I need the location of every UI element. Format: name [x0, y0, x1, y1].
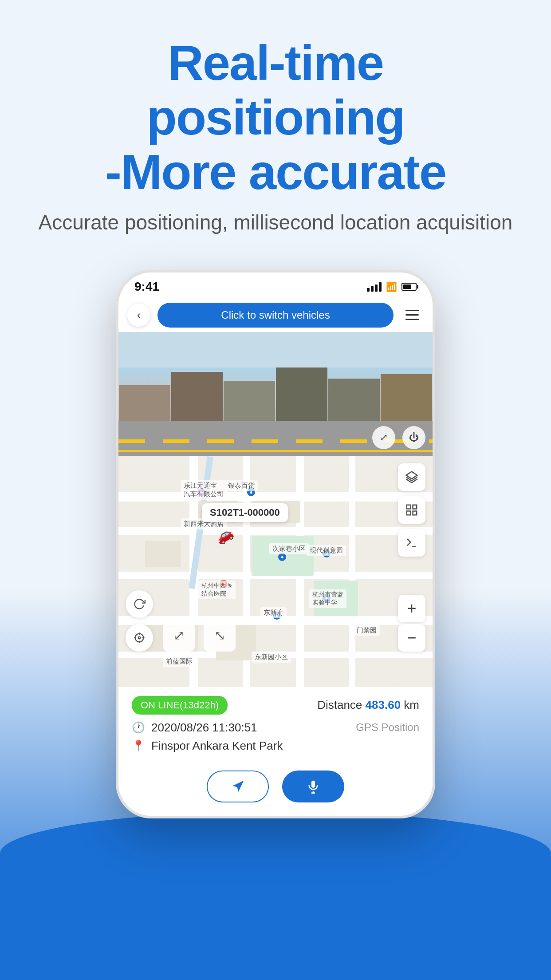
- distance-unit: km: [404, 698, 419, 711]
- svg-point-7: [138, 636, 141, 639]
- header-section: Real-time positioning -More accurate Acc…: [0, 0, 551, 252]
- poi-label: 东新府: [260, 607, 287, 618]
- map-block: [145, 541, 181, 567]
- poi-label: 乐江元通宝汽车有限公司: [181, 480, 227, 500]
- app-header: ‹ Click to switch vehicles: [118, 298, 433, 332]
- svg-rect-4: [407, 511, 411, 515]
- building: [276, 368, 327, 430]
- poi-label: 东新园小区: [252, 652, 291, 663]
- status-time: 9:41: [134, 280, 159, 294]
- online-status-badge: ON LINE(13d22h): [132, 696, 228, 715]
- bottom-decoration: [0, 811, 551, 980]
- zoom-out-button[interactable]: −: [398, 624, 425, 652]
- expand-right-button[interactable]: ⤡: [204, 620, 236, 652]
- zoom-in-button[interactable]: +: [398, 595, 425, 622]
- poi-label: 前蓝国际: [163, 656, 196, 667]
- vehicle-marker: S102T1-000000 🚗: [215, 526, 233, 543]
- poi-label: 门禁园: [354, 625, 380, 636]
- info-panel: ON LINE(13d22h) Distance 483.60 km 🕐 202…: [118, 687, 433, 762]
- subtitle: Accurate positioning, millisecond locati…: [35, 210, 516, 234]
- power-street-view-button[interactable]: ⏻: [402, 426, 425, 449]
- menu-button[interactable]: [401, 304, 424, 327]
- signal-bars-icon: [367, 282, 382, 292]
- zoom-buttons: + −: [398, 595, 425, 652]
- poi-label: 现代创意园: [307, 545, 346, 556]
- poi-label: 杭州市蕾蓝实验中学: [309, 589, 346, 608]
- svg-rect-13: [311, 780, 315, 787]
- map-road: [118, 492, 433, 502]
- map-expand-buttons: ⤢ ⤡: [163, 620, 236, 652]
- phone-mockup: 9:41 📶 ‹ Click to switch vehicles: [116, 270, 435, 818]
- svg-rect-3: [413, 511, 417, 515]
- map-road: [349, 456, 355, 687]
- wifi-icon: 📶: [386, 281, 397, 292]
- poi-label: 银泰百货: [225, 480, 258, 491]
- locate-button[interactable]: [126, 624, 153, 652]
- datetime-value: 2020/08/26 11:30:51: [151, 721, 356, 735]
- back-arrow-icon: ‹: [137, 309, 141, 321]
- layers-button[interactable]: [398, 463, 425, 491]
- road-line-bottom: [118, 450, 433, 452]
- sky-area: [118, 332, 433, 368]
- expand-street-view-button[interactable]: ⤢: [372, 426, 395, 449]
- vehicle-car-icon: 🚗: [212, 523, 236, 546]
- menu-line-icon: [405, 314, 419, 316]
- gps-label: GPS Position: [356, 721, 419, 734]
- svg-rect-1: [407, 505, 411, 509]
- main-title: Real-time positioning -More accurate: [35, 36, 516, 200]
- poi-label: 杭州中西医结合医院: [198, 581, 236, 599]
- map-road: [118, 527, 433, 535]
- expand-left-button[interactable]: ⤢: [163, 620, 195, 652]
- terminal-button[interactable]: [398, 529, 425, 557]
- map-left-buttons: [126, 590, 153, 652]
- phone-wrapper: 9:41 📶 ‹ Click to switch vehicles: [0, 270, 551, 818]
- street-view: ⤢ ⏻: [118, 332, 433, 456]
- vehicle-id-label: S102T1-000000: [202, 503, 288, 522]
- poi-label: 次家巷小区: [269, 543, 309, 554]
- bottom-actions: [118, 762, 433, 816]
- distance-info: Distance 483.60 km: [317, 698, 419, 712]
- microphone-button[interactable]: [282, 771, 344, 802]
- clock-icon: 🕐: [132, 721, 145, 734]
- building-row: [118, 368, 433, 430]
- menu-line-icon: [405, 319, 419, 320]
- back-button[interactable]: ‹: [127, 304, 150, 327]
- svg-rect-2: [413, 505, 417, 509]
- svg-marker-12: [232, 780, 244, 791]
- distance-value: 483.60: [366, 698, 401, 711]
- info-row-status: ON LINE(13d22h) Distance 483.60 km: [132, 696, 419, 715]
- battery-icon: [401, 283, 417, 291]
- navigate-button[interactable]: [207, 771, 269, 802]
- switch-vehicles-button[interactable]: Click to switch vehicles: [157, 303, 394, 328]
- address-value: Finspor Ankara Kent Park: [151, 739, 283, 753]
- svg-point-6: [135, 633, 144, 642]
- street-overlay-buttons: ⤢ ⏻: [372, 426, 425, 449]
- status-icons: 📶: [367, 281, 417, 292]
- status-bar: 9:41 📶: [118, 273, 433, 298]
- map-area: ● ● ● + ● ● ● 乐江元通宝汽车有限公司 银泰百货 次家巷小区 新西来…: [118, 456, 433, 687]
- map-right-buttons: [398, 463, 425, 557]
- info-row-datetime: 🕐 2020/08/26 11:30:51 GPS Position: [132, 721, 419, 735]
- distance-label: Distance: [317, 698, 362, 711]
- menu-line-icon: [405, 310, 419, 311]
- location-icon: 📍: [132, 739, 145, 752]
- info-row-address: 📍 Finspor Ankara Kent Park: [132, 739, 419, 753]
- route-button[interactable]: [398, 496, 425, 524]
- refresh-button[interactable]: [126, 590, 153, 618]
